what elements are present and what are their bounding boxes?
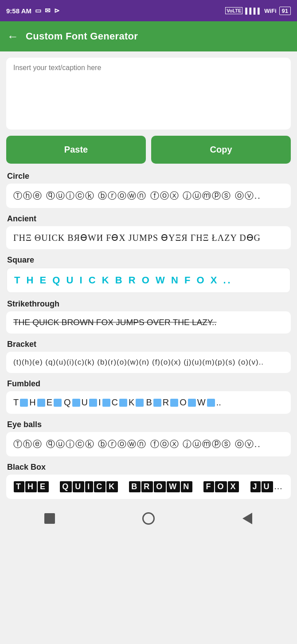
font-preview-bracket[interactable]: (t)(h)(e) (q)(u)(i)(c)(k) (b)(r)(o)(w)(n… [6, 352, 291, 373]
fumbled-sq-10 [170, 399, 178, 407]
activity-icon: ⊳ [54, 7, 60, 15]
signal-icon: ▌▌▌▌ [245, 8, 262, 14]
main-content: Paste Copy Circle Ⓣⓗⓔ ⓠⓤⓘⓒⓚ ⓑⓡⓞⓦⓝ ⓕⓞⓧ ⓙⓤ… [0, 51, 297, 499]
nav-square-button[interactable] [43, 512, 56, 525]
fumbled-char-U: U [82, 397, 88, 408]
font-label-ancient: Ancient [6, 214, 291, 224]
status-left: 9:58 AM ▭ ✉ ⊳ [6, 7, 60, 15]
font-preview-strikethrough[interactable]: THE QUICK BROWN FOX JUMPS OVER THE LAZY.… [6, 311, 291, 334]
font-label-blackbox: Black Box [6, 463, 291, 472]
bb-U: U [73, 481, 84, 492]
font-label-square: Square [6, 255, 291, 265]
square-nav-icon [44, 513, 55, 524]
fumbled-char-C: C [112, 397, 118, 408]
fumbled-char-T: T [13, 397, 19, 408]
bb-X: X [228, 481, 239, 492]
bottom-nav [0, 506, 297, 533]
triangle-nav-icon [242, 513, 252, 524]
bb-T: T [14, 481, 24, 492]
status-time: 9:58 AM [6, 7, 31, 15]
font-preview-blackbox[interactable]: THE QUICK BROWN FOX JUMPS OV .. [6, 475, 291, 499]
bb-B: B [129, 481, 141, 492]
status-right: VoLTE ▌▌▌▌ WiFi 91 [225, 7, 291, 15]
fumbled-sq-11 [188, 399, 196, 407]
bb-N: N [181, 481, 192, 492]
font-preview-fumbled[interactable]: T H E Q U I C K B R O W .. [6, 391, 291, 414]
fumbled-ellipsis: .. [216, 397, 221, 408]
font-preview-circle[interactable]: Ⓣⓗⓔ ⓠⓤⓘⓒⓚ ⓑⓡⓞⓦⓝ ⓕⓞⓧ ⓙⓤⓜⓟⓢ ⓞⓥ.. [6, 184, 291, 208]
bb-O2: O [215, 481, 227, 492]
app-bar: ← Custom Font Generator [0, 21, 297, 51]
copy-button[interactable]: Copy [151, 136, 291, 164]
volte-icon: VoLTE [225, 7, 242, 14]
back-button[interactable]: ← [7, 30, 19, 43]
fumbled-char-Q: Q [64, 397, 71, 408]
bb-C: C [94, 481, 106, 492]
fumbled-sq-4 [72, 399, 80, 407]
bb-F: F [203, 481, 214, 492]
fumbled-char-W: W [197, 397, 206, 408]
fumbled-sq-6 [102, 399, 110, 407]
font-section-strikethrough: Strikethrough THE QUICK BROWN FOX JUMPS … [6, 299, 291, 334]
fumbled-sq-5 [89, 399, 97, 407]
blackbox-text: THE QUICK BROWN FOX JUMPS OV .. [13, 481, 291, 491]
app-title: Custom Font Generator [26, 31, 138, 42]
bb-H: H [25, 481, 37, 492]
bb-Q: Q [60, 481, 72, 492]
text-input-container[interactable] [6, 58, 291, 130]
font-section-eyeballs: Eye balls Ⓣⓗⓔ ⓠⓤⓘⓒⓚ ⓑⓡⓞⓦⓝ ⓕⓞⓧ ⓙⓤⓜⓟⓢ ⓞⓥ.. [6, 420, 291, 456]
fumbled-char-B: B [146, 397, 152, 408]
mail-icon: ✉ [45, 7, 51, 15]
font-section-fumbled: Fumbled T H E Q U I C K B R O [6, 379, 291, 414]
font-section-ancient: Ancient ΓΗΞ ΘUICK BЯӨWИ FӨX JUМPS ӨYΞЯ Γ… [6, 214, 291, 249]
fumbled-sq-3 [54, 399, 62, 407]
font-label-eyeballs: Eye balls [6, 420, 291, 429]
fumbled-sq-7 [119, 399, 127, 407]
bb-J: J [250, 481, 261, 492]
paste-button[interactable]: Paste [6, 136, 146, 164]
action-buttons: Paste Copy [6, 136, 291, 164]
text-input[interactable] [13, 64, 284, 122]
bb-P: P [287, 481, 291, 492]
fumbled-sq-12 [207, 399, 215, 407]
battery-icon: 91 [279, 7, 291, 15]
font-section-blackbox: Black Box THE QUICK BROWN FOX JUMPS OV .… [6, 463, 291, 499]
nav-home-button[interactable] [142, 512, 155, 525]
font-section-bracket: Bracket (t)(h)(e) (q)(u)(i)(c)(k) (b)(r)… [6, 340, 291, 373]
status-bar: 9:58 AM ▭ ✉ ⊳ VoLTE ▌▌▌▌ WiFi 91 [0, 0, 297, 21]
fumbled-sq-8 [136, 399, 144, 407]
nav-back-button[interactable] [241, 512, 254, 525]
bb-O: O [154, 481, 166, 492]
font-label-strikethrough: Strikethrough [6, 299, 291, 309]
fumbled-sq-2 [37, 399, 45, 407]
font-preview-eyeballs[interactable]: Ⓣⓗⓔ ⓠⓤⓘⓒⓚ ⓑⓡⓞⓦⓝ ⓕⓞⓧ ⓙⓤⓜⓟⓢ ⓞⓥ.. [6, 432, 291, 456]
font-preview-square[interactable]: T H E Q U I C K B R O W N F O X .. [6, 267, 291, 293]
font-label-circle: Circle [6, 172, 291, 181]
bb-E: E [38, 481, 49, 492]
fumbled-char-O: O [180, 397, 187, 408]
bb-W: W [167, 481, 180, 492]
fumbled-char-E: E [47, 397, 52, 408]
font-preview-ancient[interactable]: ΓΗΞ ΘUICK BЯӨWИ FӨX JUМPS ӨYΞЯ ΓΗΞ ŁΛZY … [6, 226, 291, 249]
font-section-circle: Circle Ⓣⓗⓔ ⓠⓤⓘⓒⓚ ⓑⓡⓞⓦⓝ ⓕⓞⓧ ⓙⓤⓜⓟⓢ ⓞⓥ.. [6, 172, 291, 208]
fumbled-char-I: I [98, 397, 101, 408]
fumbled-sq-1 [20, 399, 28, 407]
wifi-icon: WiFi [264, 8, 276, 14]
screen-icon: ▭ [35, 7, 41, 15]
bb-U2: U [262, 481, 273, 492]
fumbled-char-H: H [29, 397, 35, 408]
font-label-bracket: Bracket [6, 340, 291, 349]
fumbled-char-R: R [163, 397, 169, 408]
font-section-square: Square T H E Q U I C K B R O W N F O X .… [6, 255, 291, 293]
bb-K: K [106, 481, 118, 492]
bb-I: I [85, 481, 93, 492]
circle-nav-icon [142, 512, 155, 525]
bb-R: R [141, 481, 153, 492]
fumbled-char-K: K [129, 397, 134, 408]
fumbled-sq-9 [153, 399, 161, 407]
font-label-fumbled: Fumbled [6, 379, 291, 389]
